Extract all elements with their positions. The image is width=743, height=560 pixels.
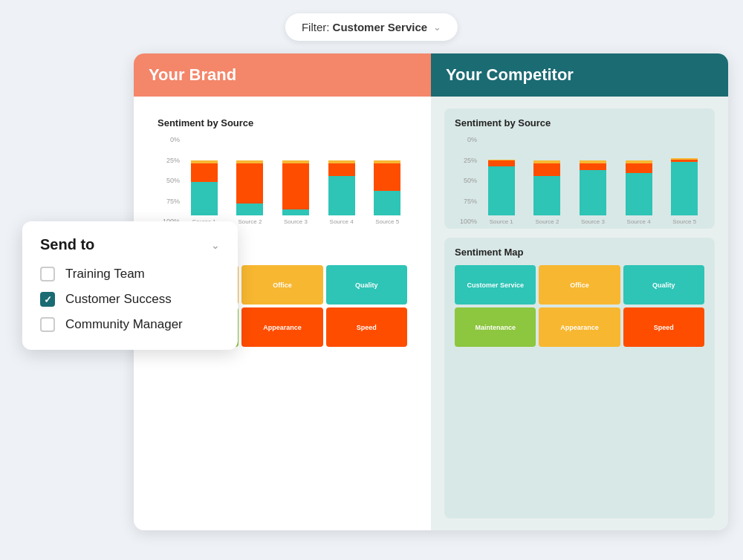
bar-group: Source 1	[481, 136, 522, 225]
chevron-down-icon: ⌄	[433, 22, 441, 33]
chevron-down-icon[interactable]: ⌄	[211, 239, 220, 251]
bar-segment	[282, 209, 309, 215]
bar-segment	[374, 191, 400, 215]
competitor-bar-chart: 100% 75% 50% 25% 0% Source 1Source 2Sour…	[455, 136, 704, 238]
filter-label: Filter: Customer Service	[302, 21, 427, 33]
sentiment-cell-label: Customer Service	[465, 280, 525, 290]
sentiment-cell-label: Speed	[355, 322, 378, 333]
send-to-header: Send to ⌄	[40, 236, 220, 253]
sentiment-cell-label: Office	[271, 280, 293, 290]
bar-segment	[236, 163, 263, 203]
bar-label: Source 1	[490, 218, 513, 225]
filter-bar[interactable]: Filter: Customer Service ⌄	[285, 13, 458, 41]
sentiment-cell: Quality	[623, 265, 704, 305]
bar-segment	[671, 162, 698, 215]
sentiment-cell: Office	[539, 265, 620, 305]
bar-group: Source 4	[322, 136, 362, 225]
bar-label: Source 2	[238, 218, 262, 225]
sentiment-cell: Speed	[623, 307, 704, 347]
bar-label: Source 3	[581, 218, 605, 225]
bar-segment	[374, 163, 400, 191]
bar-label: Source 5	[375, 218, 399, 225]
competitor-title: Your Competitor	[446, 65, 574, 84]
bar-segment	[282, 163, 309, 209]
competitor-grid: Customer ServiceOfficeQualityMaintenance…	[455, 265, 704, 347]
checkbox[interactable]	[40, 292, 55, 307]
send-to-overlay: Send to ⌄ Training TeamCustomer SuccessC…	[22, 221, 238, 350]
bar-group: Source 1	[184, 136, 224, 225]
sentiment-cell-label: Appearance	[559, 322, 600, 333]
sentiment-cell-label: Maintenance	[473, 322, 517, 333]
bar-segment	[236, 204, 263, 215]
bar-segment	[488, 160, 515, 166]
brand-header: Your Brand	[134, 53, 431, 97]
bar-segment	[580, 163, 606, 169]
bar-label: Source 4	[330, 218, 354, 225]
sentiment-cell-label: Speed	[652, 322, 675, 333]
send-to-title: Send to	[40, 236, 94, 253]
competitor-content: Sentiment by Source 100% 75% 50% 25% 0% …	[431, 97, 728, 530]
competitor-sentiment-map: Sentiment Map Customer ServiceOfficeQual…	[444, 238, 715, 518]
competitor-chart-title: Sentiment by Source	[455, 117, 704, 128]
bar-group: Source 5	[664, 136, 704, 225]
bar-group: Source 3	[276, 136, 316, 225]
sentiment-cell: Customer Service	[455, 265, 536, 305]
bar-label: Source 3	[284, 218, 308, 225]
competitor-y-axis: 100% 75% 50% 25% 0%	[455, 136, 480, 225]
sentiment-cell-label: Office	[568, 280, 591, 290]
sentiment-cell-label: Quality	[651, 280, 677, 290]
sentiment-cell: Maintenance	[455, 307, 536, 347]
checkbox[interactable]	[40, 317, 55, 332]
competitor-header: Your Competitor	[431, 53, 728, 97]
bar-group: Source 5	[367, 136, 407, 225]
send-to-item[interactable]: Community Manager	[40, 317, 220, 332]
send-to-item[interactable]: Customer Success	[40, 292, 220, 307]
bar-segment	[191, 182, 218, 215]
filter-value: Customer Service	[333, 21, 428, 33]
bar-label: Source 5	[672, 218, 696, 225]
brand-sentiment-chart: Sentiment by Source 100% 75% 50% 25% 0% …	[147, 108, 418, 229]
competitor-sentiment-chart: Sentiment by Source 100% 75% 50% 25% 0% …	[444, 108, 715, 229]
bar-segment	[328, 176, 355, 215]
y-axis: 100% 75% 50% 25% 0%	[158, 136, 183, 225]
bar-segment	[488, 166, 515, 215]
sentiment-cell: Office	[241, 265, 322, 305]
sentiment-cell: Quality	[326, 265, 407, 305]
send-to-item-label: Training Team	[65, 267, 145, 281]
bar-group: Source 3	[573, 136, 613, 225]
bar-segment	[533, 176, 560, 215]
sentiment-cell: Appearance	[539, 307, 620, 347]
brand-chart-title: Sentiment by Source	[158, 117, 407, 128]
send-to-list: Training TeamCustomer SuccessCommunity M…	[40, 267, 220, 332]
bar-group: Source 2	[230, 136, 270, 225]
bar-segment	[626, 163, 652, 172]
checkbox[interactable]	[40, 267, 55, 281]
bar-label: Source 2	[535, 218, 559, 225]
bar-segment	[580, 170, 606, 216]
send-to-item-label: Community Manager	[65, 317, 183, 332]
bar-group: Source 2	[528, 136, 568, 225]
bar-segment	[626, 173, 652, 215]
brand-title: Your Brand	[149, 65, 236, 84]
bar-segment	[328, 163, 355, 175]
bar-segment	[533, 163, 560, 175]
sentiment-cell-label: Appearance	[262, 322, 303, 333]
sentiment-cell-label: Quality	[354, 280, 380, 290]
send-to-item[interactable]: Training Team	[40, 267, 220, 281]
sentiment-cell: Appearance	[241, 307, 322, 347]
competitor-column: Your Competitor Sentiment by Source 100%…	[431, 53, 728, 530]
bar-group: Source 4	[619, 136, 659, 225]
bar-segment	[191, 163, 218, 182]
competitor-map-title: Sentiment Map	[455, 247, 704, 258]
send-to-item-label: Customer Success	[65, 292, 172, 307]
bar-label: Source 4	[627, 218, 651, 225]
sentiment-cell: Speed	[326, 307, 407, 347]
